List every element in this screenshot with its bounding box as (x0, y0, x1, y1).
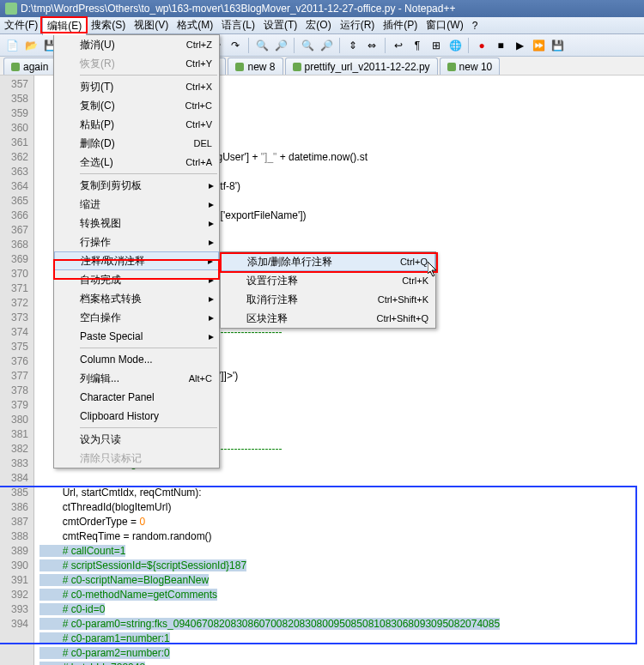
all-chars-icon[interactable]: ¶ (409, 37, 426, 54)
replace-icon[interactable]: 🔎 (272, 37, 289, 54)
comment-submenu: 添加/删除单行注释Ctrl+Q设置行注释Ctrl+K取消行注释Ctrl+Shif… (220, 251, 436, 329)
menu-item[interactable]: 插件(P) (379, 16, 422, 34)
menu-entry-label: Column Mode... (80, 354, 212, 366)
menu-entry[interactable]: 删除(D)DEL (54, 134, 219, 153)
menu-entry[interactable]: 设为只读 (54, 430, 219, 449)
menu-shortcut: Ctrl+V (185, 119, 212, 130)
menu-entry[interactable]: 粘贴(P)Ctrl+V (54, 115, 219, 134)
editor-tab[interactable]: new 10 (440, 57, 501, 75)
editor-tab[interactable]: new 8 (228, 57, 283, 75)
menu-entry-label: Paste Special (80, 330, 212, 342)
submenu-entry[interactable]: 取消行注释Ctrl+Shift+K (221, 290, 435, 309)
menu-shortcut: DEL (194, 138, 212, 148)
code-line: # c0-scriptName=BlogBeanNew (39, 573, 644, 588)
line-number: 386 (0, 500, 28, 515)
line-number: 378 (0, 384, 28, 398)
zoom-in-icon[interactable]: 🔍 (299, 37, 316, 54)
menu-entry[interactable]: 复制(C)Ctrl+C (54, 96, 219, 115)
submenu-entry[interactable]: 设置行注释Ctrl+K (221, 271, 435, 290)
line-number: 388 (0, 529, 28, 544)
line-number: 384 (0, 471, 28, 486)
line-number: 368 (0, 238, 28, 252)
menu-entry[interactable]: 复制到剪切板▸ (54, 176, 219, 195)
line-number: 364 (0, 179, 28, 194)
menu-entry[interactable]: 缩进▸ (54, 195, 219, 214)
menu-entry: 恢复(R)Ctrl+Y (54, 54, 219, 73)
record-icon[interactable]: ● (473, 37, 490, 54)
new-file-icon[interactable]: 📄 (3, 37, 21, 54)
menu-entry[interactable]: 列编辑...Alt+C (54, 369, 219, 388)
menu-entry-label: 行操作 (80, 235, 212, 250)
menu-entry[interactable]: 全选(L)Ctrl+A (54, 153, 219, 172)
menu-entry-label: 全选(L) (80, 155, 185, 170)
menu-shortcut: Ctrl+Y (185, 58, 212, 69)
line-number: 376 (0, 354, 28, 369)
find-icon[interactable]: 🔍 (253, 37, 270, 54)
submenu-arrow-icon: ▸ (209, 198, 214, 210)
menu-entry[interactable]: Clipboard History (54, 407, 219, 426)
file-icon (293, 63, 301, 71)
menu-shortcut: Ctrl+X (185, 82, 212, 92)
menu-entry[interactable]: Character Panel (54, 388, 219, 407)
zoom-out-icon[interactable]: 🔎 (318, 37, 335, 54)
code-line: cmtOrderType = 0 (39, 515, 644, 529)
editor-tab[interactable]: prettify_url_v2011-12-22.py (285, 57, 438, 75)
menu-entry[interactable]: 撤消(U)Ctrl+Z (54, 35, 219, 54)
menu-entry[interactable]: 剪切(T)Ctrl+X (54, 77, 219, 96)
indent-guide-icon[interactable]: ⊞ (428, 37, 445, 54)
menu-entry[interactable]: 注释/取消注释▸ (54, 251, 219, 270)
menu-item[interactable]: 窗口(W) (422, 16, 467, 34)
menu-entry-label: 自动完成 (80, 273, 212, 287)
submenu-arrow-icon: ▸ (209, 311, 214, 323)
code-line: # scriptSessionId=${scriptSessionId}187 (39, 559, 644, 573)
line-number: 383 (0, 456, 28, 471)
menu-entry-label: 档案格式转换 (80, 292, 212, 306)
menu-entry-label: Clipboard History (80, 410, 212, 422)
menu-item[interactable]: 运行(R) (336, 16, 380, 34)
menu-item[interactable]: ? (468, 18, 483, 33)
open-icon[interactable]: 📂 (22, 37, 39, 54)
file-icon (11, 63, 20, 71)
menu-entry[interactable]: 空白操作▸ (54, 308, 219, 327)
submenu-entry[interactable]: 区块注释Ctrl+Shift+Q (221, 309, 435, 328)
play-icon[interactable]: ▶ (511, 37, 528, 54)
sync-h-icon[interactable]: ⇔ (363, 37, 380, 54)
lang-icon[interactable]: 🌐 (447, 37, 464, 54)
file-icon (235, 63, 244, 71)
stop-icon[interactable]: ■ (492, 37, 509, 54)
save-macro-icon[interactable]: 💾 (549, 37, 566, 54)
menu-item[interactable]: 宏(O) (301, 16, 335, 34)
menu-item[interactable]: 设置(T) (259, 16, 301, 34)
line-number: 370 (0, 267, 28, 281)
fast-icon[interactable]: ⏩ (530, 37, 547, 54)
wrap-icon[interactable]: ↩ (390, 37, 407, 54)
menu-entry-label: 转换视图 (80, 216, 212, 231)
menu-entry[interactable]: 行操作▸ (54, 233, 219, 251)
submenu-entry[interactable]: 添加/删除单行注释Ctrl+Q (221, 252, 435, 271)
menu-entry[interactable]: Paste Special▸ (54, 327, 219, 346)
redo-icon[interactable]: ↷ (227, 37, 244, 54)
menu-item[interactable]: 格式(M) (173, 16, 217, 34)
submenu-arrow-icon: ▸ (209, 274, 214, 286)
menu-entry[interactable]: 转换视图▸ (54, 214, 219, 233)
menu-entry-label: 空白操作 (80, 311, 212, 325)
line-number: 377 (0, 369, 28, 384)
line-number: 371 (0, 281, 28, 296)
menu-item[interactable]: 文件(F) (0, 16, 42, 34)
line-number: 373 (0, 311, 28, 325)
menu-entry[interactable]: Column Mode... (54, 350, 219, 369)
tab-label: prettify_url_v2011-12-22.py (305, 61, 430, 73)
menu-item[interactable]: 搜索(S) (87, 16, 130, 34)
menu-entry[interactable]: 档案格式转换▸ (54, 289, 219, 308)
sync-v-icon[interactable]: ⇕ (344, 37, 361, 54)
menu-item[interactable]: 语言(L) (217, 16, 259, 34)
editor-tab[interactable]: again (3, 57, 56, 75)
menu-item[interactable]: 编辑(E) (42, 16, 87, 35)
menu-shortcut: Ctrl+Shift+Q (376, 313, 428, 323)
menu-entry[interactable]: 自动完成▸ (54, 270, 219, 289)
line-number: 387 (0, 515, 28, 529)
line-number: 375 (0, 340, 28, 354)
menu-entry-label: Character Panel (80, 391, 212, 403)
submenu-entry-label: 添加/删除单行注释 (247, 255, 400, 269)
menu-item[interactable]: 视图(V) (130, 16, 173, 34)
